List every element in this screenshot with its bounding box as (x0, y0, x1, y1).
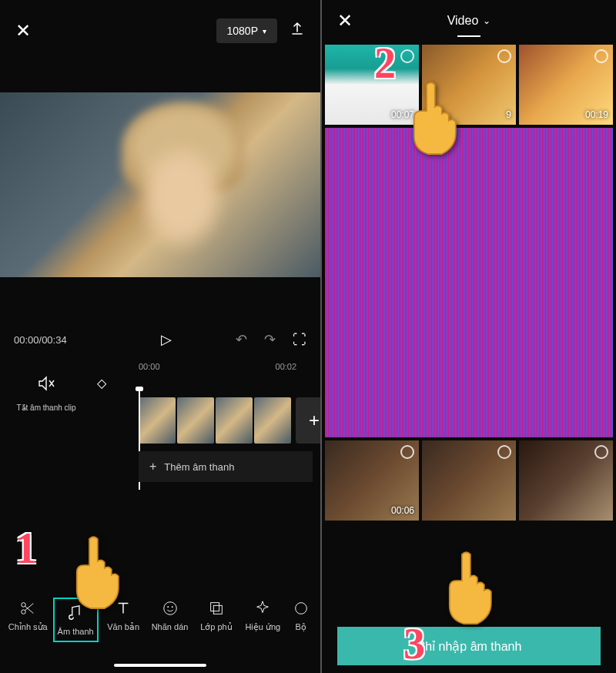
undo-icon[interactable]: ↶ (236, 331, 247, 348)
svg-rect-6 (213, 605, 222, 614)
video-duration: 00:06 (391, 505, 414, 516)
ruler-mark: 00:00 (139, 362, 160, 371)
video-duration: 00:07 (391, 109, 414, 120)
home-indicator[interactable] (114, 664, 206, 667)
play-icon[interactable]: ▷ (161, 331, 172, 348)
keyframe-icon[interactable]: ◇ (97, 376, 106, 390)
video-thumbnail[interactable]: 00:06 (325, 440, 419, 521)
add-clip-button[interactable]: + (296, 397, 322, 444)
export-icon[interactable] (290, 22, 305, 41)
sticker-icon (161, 599, 179, 618)
speaker-muted-icon (15, 374, 77, 397)
tool-audio[interactable]: Âm thanh (55, 599, 97, 641)
add-audio-label: Thêm âm thanh (164, 461, 234, 473)
picker-screen: ✕ Video 00:07 9 00:19 00:06 Chỉ nhập âm … (322, 0, 616, 673)
tool-edit[interactable]: Chỉnh sửa (8, 599, 48, 641)
tool-effect[interactable]: Hiệu ứng (243, 599, 283, 641)
mute-label: Tắt âm thanh clip (16, 403, 75, 412)
video-thumbnail[interactable]: 00:07 (325, 45, 419, 125)
video-duration: 9 (506, 109, 511, 120)
tool-label: Hiệu ứng (245, 622, 280, 632)
select-circle-icon[interactable] (400, 49, 414, 63)
header-actions: 1080P (216, 18, 305, 43)
select-circle-icon[interactable] (497, 49, 511, 63)
video-preview[interactable] (0, 92, 320, 277)
video-duration: 00:19 (585, 109, 608, 120)
import-audio-button[interactable]: Chỉ nhập âm thanh (337, 627, 601, 665)
close-icon[interactable]: ✕ (15, 20, 31, 42)
svg-point-3 (167, 606, 169, 608)
censored-thumbnails (325, 128, 613, 437)
svg-point-7 (295, 603, 306, 614)
time-display: 00:00/00:34 (14, 334, 67, 346)
video-clip-track[interactable]: + (139, 397, 322, 444)
picker-header: ✕ Video (322, 0, 616, 42)
select-circle-icon[interactable] (497, 445, 511, 459)
resolution-button[interactable]: 1080P (216, 18, 277, 43)
tool-label: Bộ (296, 622, 306, 632)
select-circle-icon[interactable] (594, 445, 608, 459)
close-icon[interactable]: ✕ (337, 10, 353, 32)
video-thumbnail[interactable]: 9 (422, 45, 516, 125)
picker-tab-video[interactable]: Video (447, 14, 491, 28)
timeline[interactable]: Tắt âm thanh clip ◇ + Thêm âm thanh (0, 374, 320, 497)
overlay-icon (207, 599, 226, 618)
clip-thumbnail[interactable] (254, 397, 291, 444)
sparkle-icon (253, 599, 272, 618)
video-grid-top: 00:07 9 00:19 (322, 42, 616, 128)
select-circle-icon[interactable] (400, 445, 414, 459)
tool-label: Chỉnh sửa (8, 622, 48, 632)
filter-icon (292, 599, 310, 618)
tool-label: Lớp phủ (200, 622, 233, 632)
tool-text[interactable]: Văn bản (103, 599, 143, 641)
mute-clip-button[interactable]: Tắt âm thanh clip (15, 374, 77, 414)
clip-thumbnail[interactable] (139, 397, 176, 444)
fullscreen-icon[interactable]: ⛶ (293, 332, 306, 348)
text-icon (114, 599, 132, 618)
tool-overlay[interactable]: Lớp phủ (196, 599, 236, 641)
select-circle-icon[interactable] (594, 49, 608, 63)
tool-label: Nhãn dán (152, 622, 189, 631)
video-thumbnail[interactable]: 00:19 (519, 45, 613, 125)
tool-sticker[interactable]: Nhãn dán (150, 599, 190, 641)
redo-icon[interactable]: ↷ (264, 331, 276, 348)
clip-thumbnail[interactable] (216, 397, 253, 444)
music-note-icon (66, 604, 85, 622)
clip-thumbnail[interactable] (177, 397, 214, 444)
editor-header: ✕ 1080P (0, 0, 320, 62)
video-thumbnail[interactable] (422, 440, 516, 521)
ruler-mark: 00:02 (276, 362, 297, 371)
add-audio-track[interactable]: Thêm âm thanh (139, 451, 313, 482)
video-thumbnail[interactable] (519, 440, 613, 521)
tool-more[interactable]: Bộ (290, 599, 313, 641)
playback-controls: ↶ ↷ ⛶ (236, 331, 306, 348)
annotation-number-1: 1 (15, 524, 37, 573)
pointing-hand-icon (434, 547, 504, 634)
svg-point-4 (171, 606, 172, 608)
tool-label: Âm thanh (58, 627, 94, 636)
svg-point-2 (163, 602, 176, 615)
tool-label: Văn bản (107, 622, 139, 632)
playback-bar: 00:00/00:34 ▷ ↶ ↷ ⛶ (0, 323, 320, 356)
scissors-icon (18, 599, 37, 618)
video-grid-bottom: 00:06 (322, 437, 616, 524)
editor-screen: ✕ 1080P 00:00/00:34 ▷ ↶ ↷ ⛶ 00:00 00:02 … (0, 0, 322, 673)
bottom-toolbar: Chỉnh sửa Âm thanh Văn bản Nhãn dán Lớp … (0, 590, 320, 650)
timeline-ruler: 00:00 00:02 (0, 356, 320, 374)
svg-rect-5 (211, 603, 219, 611)
